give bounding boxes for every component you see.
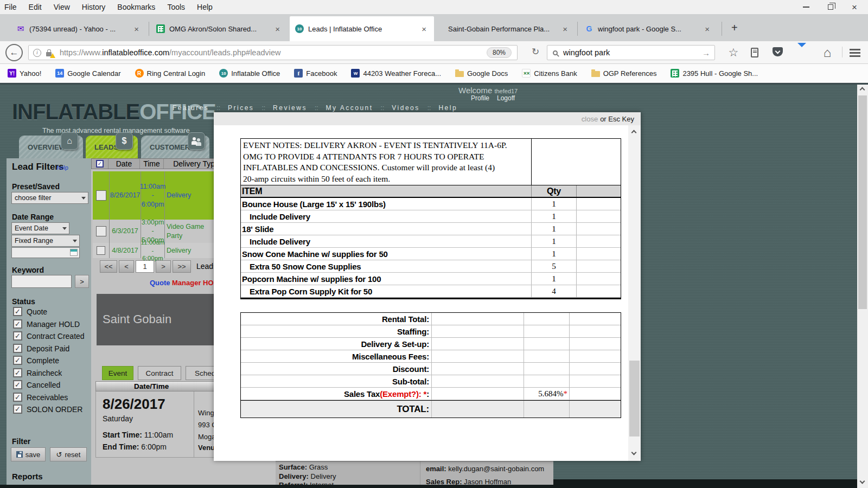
checkbox-checked-icon[interactable]: ✓ [13, 307, 22, 316]
status-raincheck[interactable]: ✓Raincheck [13, 368, 62, 377]
menu-hamburger-icon[interactable] [850, 49, 860, 57]
bookmark-inflatable-office[interactable]: 10Inflatable Office [219, 69, 280, 78]
url-bar[interactable]: i https://www.inflatableoffice.com/myacc… [28, 45, 518, 60]
bookmark-facebook[interactable]: fFacebook [294, 69, 337, 78]
select-all-checkbox[interactable]: ✓ [92, 159, 108, 169]
keyword-go-button[interactable]: > [75, 275, 89, 288]
tab-close-icon[interactable]: × [273, 24, 282, 34]
row-checkbox[interactable] [96, 190, 106, 201]
search-bar[interactable]: → [547, 45, 715, 60]
checkbox-checked-icon[interactable]: ✓ [13, 344, 22, 353]
pager-first-button[interactable]: << [100, 260, 117, 273]
nav-prices[interactable]: Prices [228, 104, 254, 112]
logoff-link[interactable]: Logoff [497, 94, 515, 102]
nav-my-account[interactable]: My Account [326, 104, 373, 112]
back-button[interactable]: ← [5, 44, 23, 61]
calendar-picker-icon[interactable] [70, 249, 78, 256]
tab-yahoo-mail[interactable]: ✉ (75394 unread) - Yahoo - ... × [11, 16, 146, 41]
home-icon[interactable]: ⌂ [820, 44, 834, 57]
tab-contract[interactable]: Contract [138, 366, 181, 380]
lead-date[interactable]: 8/26/2017 [110, 171, 141, 220]
column-time[interactable]: Time [140, 159, 164, 169]
checkbox-checked-icon[interactable]: ✓ [13, 331, 22, 341]
tab-close-icon[interactable]: × [419, 24, 429, 34]
checkbox-checked-icon[interactable]: ✓ [13, 380, 22, 389]
pocket-icon[interactable] [773, 47, 783, 56]
checkbox-checked-icon[interactable]: ✓ [13, 368, 22, 377]
bookmark-yahoo[interactable]: Y!Yahoo! [8, 69, 41, 78]
tab-event[interactable]: Event [102, 366, 133, 380]
daterange-mode-select[interactable]: Fixed Range [11, 235, 80, 247]
save-filter-button[interactable]: save [11, 447, 46, 461]
insecure-lock-icon[interactable] [46, 48, 54, 57]
date-input[interactable] [11, 247, 80, 258]
scroll-up-icon[interactable] [860, 87, 865, 93]
preset-select[interactable]: choose filter [11, 192, 88, 204]
bookmark-google-calendar[interactable]: 14Google Calendar [55, 69, 120, 78]
restore-icon[interactable] [828, 4, 833, 10]
checkbox-checked-icon[interactable]: ✓ [13, 319, 22, 329]
lead-row-1[interactable]: 8/26/2017 11:00am- 6:00pm Delivery [93, 171, 231, 220]
modal-scrollbar[interactable] [628, 125, 641, 461]
pager-current-page[interactable]: 1 [136, 260, 154, 273]
zoom-level-badge[interactable]: 80% [487, 47, 512, 58]
status-deposit-paid[interactable]: ✓Deposit Paid [13, 344, 69, 353]
checkbox-checked-icon[interactable]: ✓ [13, 404, 22, 414]
bookmark-ring-central[interactable]: RRing Central Login [135, 69, 206, 78]
reset-filter-button[interactable]: ↺reset [50, 447, 87, 461]
tax-exempt-link[interactable]: (Exempt?): * [380, 389, 426, 399]
bookmark-star-icon[interactable]: ☆ [727, 46, 740, 59]
reload-button[interactable]: ↻ [527, 45, 544, 60]
menu-view[interactable]: View [54, 3, 70, 11]
page-info-icon[interactable]: i [33, 49, 41, 57]
status-receivables[interactable]: ✓Receivables [13, 393, 68, 402]
scroll-up-icon[interactable] [631, 130, 637, 136]
scroll-down-icon[interactable] [860, 479, 865, 484]
nav-help[interactable]: Help [438, 104, 457, 112]
profile-link[interactable]: Profile [471, 94, 489, 102]
help-link[interactable]: help [57, 164, 68, 171]
status-cancelled[interactable]: ✓Cancelled [13, 380, 60, 389]
status-quote[interactable]: ✓Quote [13, 307, 47, 316]
pager-prev-button[interactable]: < [119, 260, 134, 273]
column-date[interactable]: Date [108, 159, 140, 169]
keyword-input[interactable] [11, 275, 72, 288]
bookmark-citizens-bank[interactable]: ✕✕Citizens Bank [522, 69, 577, 78]
tab-saint-gobain[interactable]: Saint-Gobain Performance Pla... × [438, 16, 575, 41]
status-solon-order[interactable]: ✓SOLON ORDER [13, 404, 82, 414]
downloads-icon[interactable] [797, 47, 806, 57]
new-tab-button[interactable]: + [731, 22, 738, 34]
status-contract-created[interactable]: ✓Contract Created [13, 331, 85, 341]
tab-close-icon[interactable]: × [560, 24, 570, 34]
tab-close-icon[interactable]: × [703, 24, 712, 34]
tab-omg-shared[interactable]: OMG Akron/Solon Shared... × [151, 16, 288, 41]
bookmark-weather[interactable]: W44203 Weather Foreca... [351, 69, 441, 78]
checkbox-checked-icon[interactable]: ✓ [13, 393, 22, 402]
search-go-icon[interactable]: → [702, 48, 710, 57]
modal-close-button[interactable]: close [582, 115, 598, 123]
bookmark-2395-hull[interactable]: 2395 Hull - Google Sh... [671, 69, 758, 78]
daterange-type-select[interactable]: Event Date [11, 222, 69, 234]
pager-next-button[interactable]: > [156, 260, 171, 273]
minimize-icon[interactable] [803, 7, 809, 8]
nav-features[interactable]: Features [173, 104, 209, 112]
search-input[interactable] [563, 48, 702, 57]
page-scrollbar[interactable] [857, 85, 868, 488]
lead-date[interactable]: 6/3/2017 [110, 220, 141, 243]
tab-leads-active[interactable]: 10 Leads | Inflatable Office × [290, 16, 434, 41]
scroll-down-icon[interactable] [631, 450, 637, 455]
bookmark-ogp-references[interactable]: OGP References [591, 69, 657, 78]
site-logo[interactable]: INFLATABLEOFFICE [12, 100, 216, 124]
row-checkbox[interactable] [97, 246, 105, 255]
scrollbar-thumb[interactable] [629, 361, 640, 436]
lead-date[interactable]: 4/8/2017 [110, 243, 141, 258]
status-manager-hold[interactable]: ✓Manager HOLD [13, 319, 80, 329]
menu-bookmarks[interactable]: Bookmarks [117, 3, 155, 11]
menu-help[interactable]: Help [197, 3, 213, 11]
menu-history[interactable]: History [82, 3, 106, 11]
lead-row-3[interactable]: 4/8/2017 11:00am- 6:00pm Delivery [93, 243, 231, 258]
close-window-icon[interactable]: × [852, 3, 857, 12]
nav-videos[interactable]: Videos [392, 104, 419, 112]
menu-file[interactable]: File [4, 3, 17, 11]
nav-reviews[interactable]: Reviews [273, 104, 307, 112]
